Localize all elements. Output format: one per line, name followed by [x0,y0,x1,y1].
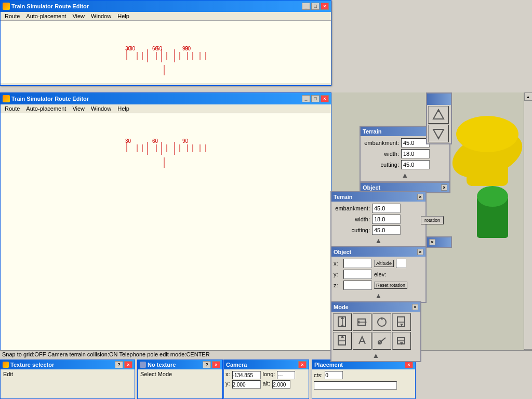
object-field-row-z: z: Reset rotation [334,281,423,290]
menu-help-1[interactable]: Help [114,12,132,20]
embankment-input-2[interactable] [372,204,401,213]
no-texture-label: No texture [148,362,176,368]
mode-btn-3[interactable] [373,313,391,331]
object-panel-2-close[interactable]: × [417,249,423,255]
menu-autoplacement-2[interactable]: Auto-placement [23,105,69,112]
terrain-panel-2-title: Terrain × [331,192,425,202]
terrain-field-row-cutting-2: cutting: [334,225,423,235]
scrollbar-v[interactable]: ▲ ▼ [524,92,532,357]
camera-alt-input[interactable] [272,380,290,389]
altitude-btn[interactable]: Altitude [374,260,394,267]
app-icon-1 [3,3,10,10]
cutting-input-2[interactable] [372,225,401,235]
camera-y-input[interactable] [232,380,261,389]
placement-name-input[interactable] [314,381,397,390]
svg-marker-57 [437,109,440,112]
cutting-label-1: cutting: [363,162,399,168]
menu-bar-2: Route Auto-placement View Window Help [1,104,331,113]
menu-route-1[interactable]: Route [2,12,23,20]
camera-long-input[interactable] [277,371,295,379]
x-label: x: [334,260,341,267]
terrain-field-row-embankment-2: embankment: [334,204,423,213]
object-expand[interactable]: ▲ [375,291,382,300]
texture-selector-title: Texture selector ? × [1,360,135,369]
placement-close-btn[interactable]: × [405,361,413,368]
rotation-btn[interactable]: rotation [421,216,444,224]
camera-x-label: x: [225,371,230,379]
mode-btn-1[interactable] [333,313,352,331]
mode-btn-2[interactable] [353,313,371,331]
z-input[interactable] [343,281,372,290]
camera-long-label: long: [263,371,275,379]
object-field-row-x: x: Altitude [334,259,423,268]
no-texture-window: No texture ? × Select Mode [137,360,223,399]
menu-window-2[interactable]: Window [88,105,114,112]
minimize-btn-2[interactable]: _ [302,95,310,102]
scroll-up-btn[interactable]: ▲ [524,92,533,101]
mode-btn-6[interactable] [353,332,371,350]
terrain-expand-1[interactable]: ▲ [402,171,409,179]
title-bar-1: Train Simulator Route Editor _ □ × [1,1,331,12]
mode-panel-close[interactable]: × [412,304,418,310]
reset-rotation-btn[interactable]: Reset rotation [374,282,407,289]
placement-window: Placement × cts: [312,360,416,399]
object-panel-1-close[interactable]: × [441,184,447,191]
placement-label: Placement [314,362,343,368]
window-1-title: Train Simulator Route Editor [11,3,89,9]
mode-btn-7[interactable] [373,332,391,350]
width-input-2[interactable] [372,215,401,224]
menu-route-2[interactable]: Route [2,105,23,112]
terrain-expand-2[interactable]: ▲ [375,236,382,245]
x-input[interactable] [343,259,372,268]
minimize-btn-1[interactable]: _ [302,3,310,10]
maximize-btn-1[interactable]: □ [311,3,320,10]
texture-icon [3,362,9,368]
side-btn-2[interactable] [428,125,449,142]
mode-btn-4[interactable] [392,313,411,331]
no-texture-icon [140,362,146,368]
camera-close-btn[interactable]: × [298,361,307,368]
close-btn-1[interactable]: × [321,3,329,10]
side-panel-right [426,92,452,144]
terrain-panel-2-close[interactable]: × [417,194,423,200]
mode-btn-5[interactable] [333,332,352,350]
menu-view-2[interactable]: View [69,105,88,112]
object-panel-2-title: Object × [331,247,425,257]
cutting-label-2: cutting: [334,227,370,233]
y-input[interactable] [343,270,372,279]
texture-edit-label: Edit [3,371,13,377]
menu-window-1[interactable]: Window [88,12,114,20]
menu-help-2[interactable]: Help [114,105,132,112]
texture-close-btn[interactable]: × [124,361,132,368]
texture-help-btn[interactable]: ? [115,361,123,368]
mode-btn-8[interactable] [392,332,411,350]
terrain-field-row-width-1: width: [363,149,447,158]
ruler-area-2: 30 60 90 [1,113,331,352]
camera-x-input[interactable] [232,371,261,379]
side-btn-1[interactable] [428,106,449,124]
maximize-btn-2[interactable]: □ [311,95,320,102]
altitude-value[interactable] [396,259,406,268]
ruler-area-1: 30 60 90 30 60 90 [1,21,331,83]
no-texture-help-btn[interactable]: ? [203,361,211,368]
terrain-panel-2: Terrain × embankment: width: cutting: ▲ [330,191,427,248]
width-input-1[interactable] [401,149,430,158]
small-panel-1-close[interactable]: × [429,239,435,245]
menu-view-1[interactable]: View [69,12,88,20]
camera-title: Camera × [224,360,309,369]
menu-autoplacement-1[interactable]: Auto-placement [23,12,69,20]
camera-window: Camera × x: long: y: alt: [223,360,309,399]
no-texture-close-btn[interactable]: × [212,361,220,368]
embankment-input-1[interactable] [401,138,430,148]
mode-expand[interactable]: ▲ [373,351,380,360]
close-btn-2[interactable]: × [321,95,329,102]
objects-count-input[interactable] [325,371,343,379]
svg-marker-59 [437,137,440,139]
elev-label: elev: [374,271,386,277]
menu-bar-1: Route Auto-placement View Window Help [1,12,331,21]
camera-alt-label: alt: [263,380,271,389]
cutting-input-1[interactable] [401,160,430,169]
embankment-label-2: embankment: [334,205,370,211]
ruler-svg-1 [1,49,219,78]
status-text: Snap to grid:OFF Camera terrain collisio… [2,351,210,357]
